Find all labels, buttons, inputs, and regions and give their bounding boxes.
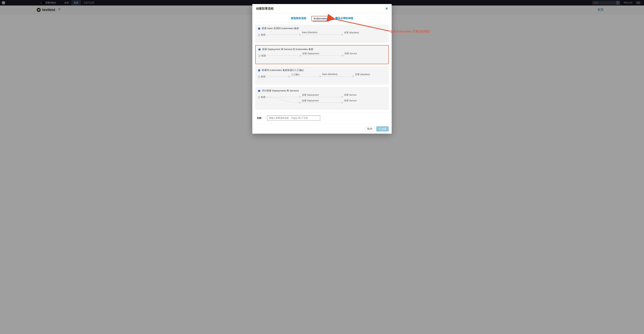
modal-tabs: 复制现有流程 Kubernetes 腾讯云弹性伸缩: [252, 14, 392, 14]
modal-title: 创建部署流程: [256, 7, 274, 11]
modal-header: 创建部署流程 ✕: [252, 4, 392, 14]
close-icon[interactable]: ✕: [385, 6, 388, 11]
create-pipeline-modal: 创建部署流程 ✕ 复制现有流程 Kubernetes 腾讯云弹性伸缩 部署 He…: [252, 4, 392, 14]
